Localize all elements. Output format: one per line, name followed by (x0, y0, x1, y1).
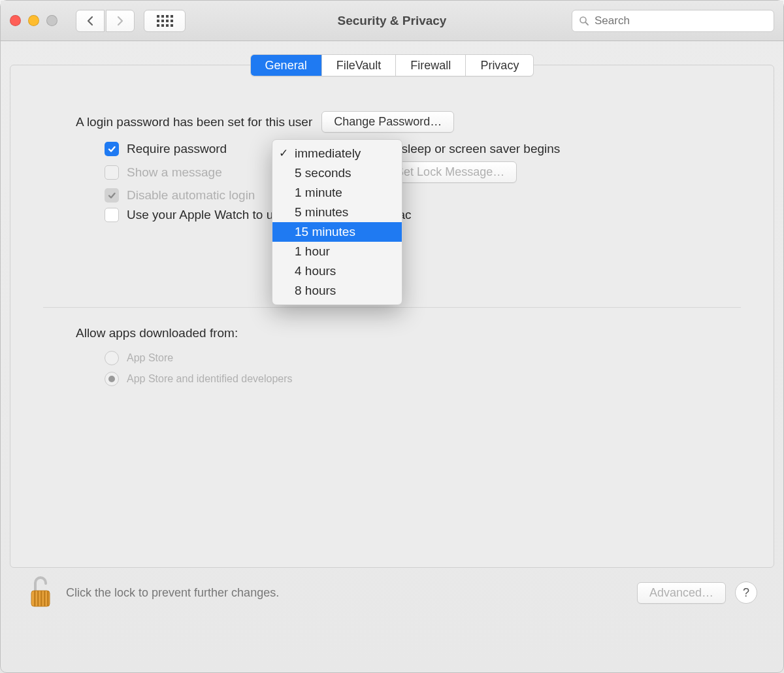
delay-option-4-hours[interactable]: 4 hours (272, 261, 402, 281)
tab-filevault[interactable]: FileVault (322, 55, 397, 76)
allow-identified-row: App Store and identified developers (76, 372, 708, 386)
lock-text: Click the lock to prevent further change… (66, 586, 279, 600)
search-icon (579, 16, 589, 26)
tab-privacy[interactable]: Privacy (466, 55, 533, 76)
require-password-prefix: Require password (127, 142, 227, 156)
allow-apps-title: Allow apps downloaded from: (76, 326, 708, 340)
login-password-row: A login password has been set for this u… (76, 111, 708, 133)
svg-rect-5 (41, 591, 42, 606)
tab-firewall[interactable]: Firewall (396, 55, 466, 76)
require-password-checkbox[interactable] (105, 142, 119, 156)
allow-appstore-label: App Store (127, 352, 173, 364)
window-controls (10, 15, 57, 26)
show-all-button[interactable] (144, 10, 186, 32)
show-message-checkbox (105, 165, 119, 180)
help-button[interactable]: ? (735, 582, 757, 604)
allow-appstore-row: App Store (76, 351, 708, 365)
check-icon (107, 144, 116, 154)
svg-rect-6 (44, 591, 46, 606)
general-panel: A login password has been set for this u… (10, 65, 774, 568)
titlebar: Security & Privacy (1, 1, 783, 41)
grid-icon (157, 15, 173, 27)
allow-appstore-radio (105, 351, 119, 365)
chevron-right-icon (116, 16, 124, 26)
tab-general[interactable]: General (251, 55, 322, 76)
forward-button[interactable] (106, 10, 135, 32)
tab-bar: General FileVault Firewall Privacy (10, 54, 774, 76)
divider (43, 307, 741, 308)
delay-option-1-hour[interactable]: 1 hour (272, 242, 402, 261)
window-title: Security & Privacy (338, 14, 447, 28)
chevron-left-icon (86, 16, 94, 26)
require-password-delay-menu[interactable]: immediately 5 seconds 1 minute 5 minutes… (272, 139, 402, 305)
change-password-button[interactable]: Change Password… (321, 111, 454, 133)
navigation-group (76, 10, 135, 32)
disable-auto-login-label: Disable automatic login (127, 188, 255, 203)
lock-icon[interactable] (27, 576, 54, 609)
svg-rect-3 (34, 591, 36, 606)
delay-option-15-minutes[interactable]: 15 minutes (272, 222, 402, 242)
allow-identified-radio (105, 372, 119, 386)
zoom-window-button (46, 15, 57, 26)
set-lock-message-button: Set Lock Message… (384, 161, 517, 183)
svg-rect-7 (47, 591, 49, 606)
disable-auto-login-checkbox (105, 188, 119, 203)
search-field[interactable] (572, 10, 774, 32)
delay-option-8-hours[interactable]: 8 hours (272, 281, 402, 301)
minimize-window-button[interactable] (28, 15, 39, 26)
advanced-button[interactable]: Advanced… (637, 582, 726, 604)
delay-option-5-minutes[interactable]: 5 minutes (272, 203, 402, 222)
content-area: General FileVault Firewall Privacy A log… (1, 41, 783, 672)
svg-line-1 (585, 22, 588, 25)
preferences-window: Security & Privacy General FileVault Fir… (0, 0, 784, 673)
delay-option-1-minute[interactable]: 1 minute (272, 183, 402, 203)
svg-rect-4 (37, 591, 39, 606)
check-icon (107, 191, 116, 200)
login-password-label: A login password has been set for this u… (76, 115, 312, 129)
allow-identified-label: App Store and identified developers (127, 373, 293, 385)
apple-watch-checkbox[interactable] (105, 208, 119, 222)
delay-option-immediately[interactable]: immediately (272, 144, 402, 163)
close-window-button[interactable] (10, 15, 21, 26)
search-input[interactable] (595, 14, 767, 27)
back-button[interactable] (76, 10, 105, 32)
delay-option-5-seconds[interactable]: 5 seconds (272, 163, 402, 183)
footer: Click the lock to prevent further change… (10, 568, 774, 617)
